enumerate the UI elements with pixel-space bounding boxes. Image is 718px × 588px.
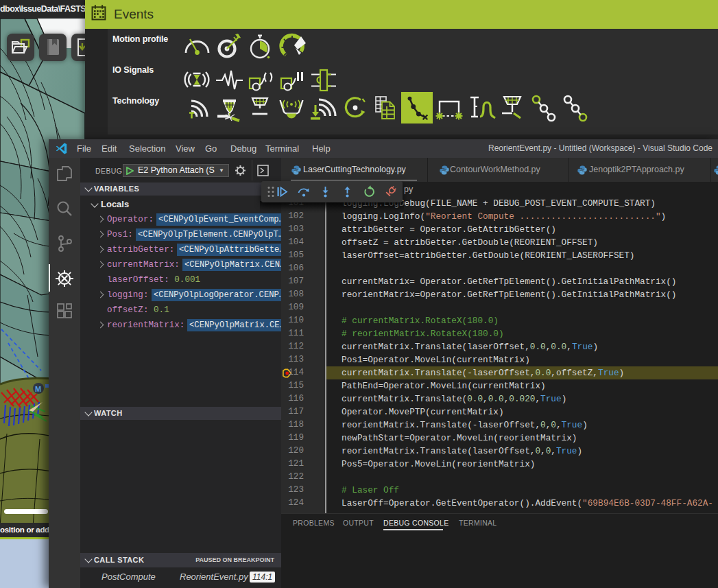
svg-text:M: M [35,385,41,393]
